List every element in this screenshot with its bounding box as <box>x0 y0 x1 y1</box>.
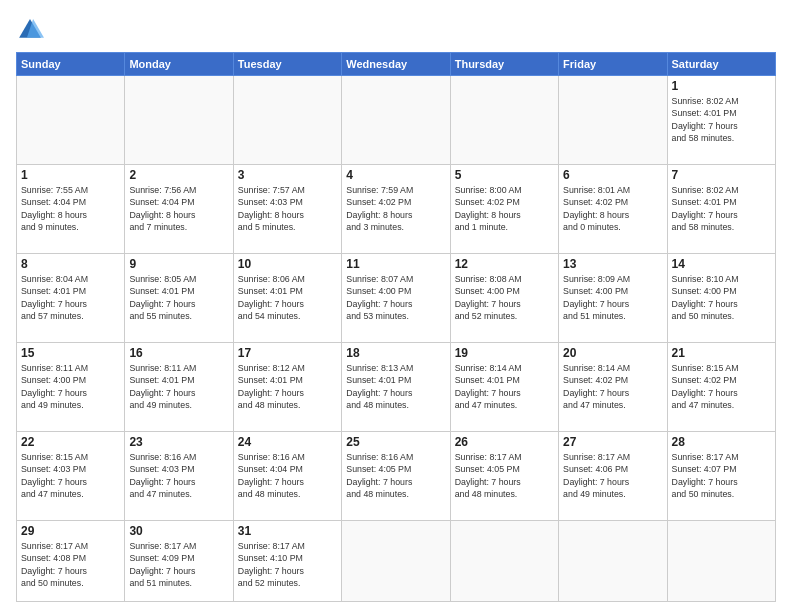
day-info: Sunrise: 8:17 AMSunset: 4:05 PMDaylight:… <box>455 451 554 500</box>
calendar-week-row: 8 Sunrise: 8:04 AMSunset: 4:01 PMDayligh… <box>17 254 776 343</box>
day-number: 2 <box>129 168 228 182</box>
day-number: 21 <box>672 346 771 360</box>
day-number: 19 <box>455 346 554 360</box>
calendar-cell: 6 Sunrise: 8:01 AMSunset: 4:02 PMDayligh… <box>559 165 667 254</box>
calendar-day-header: Sunday <box>17 53 125 76</box>
day-info: Sunrise: 8:13 AMSunset: 4:01 PMDaylight:… <box>346 362 445 411</box>
day-number: 5 <box>455 168 554 182</box>
day-number: 16 <box>129 346 228 360</box>
calendar-cell: 22 Sunrise: 8:15 AMSunset: 4:03 PMDaylig… <box>17 432 125 521</box>
logo <box>16 16 48 44</box>
day-number: 27 <box>563 435 662 449</box>
page-header <box>16 16 776 44</box>
day-info: Sunrise: 7:55 AMSunset: 4:04 PMDaylight:… <box>21 184 120 233</box>
logo-icon <box>16 16 44 44</box>
day-info: Sunrise: 8:05 AMSunset: 4:01 PMDaylight:… <box>129 273 228 322</box>
day-info: Sunrise: 8:07 AMSunset: 4:00 PMDaylight:… <box>346 273 445 322</box>
day-number: 23 <box>129 435 228 449</box>
calendar-cell <box>17 76 125 165</box>
day-number: 30 <box>129 524 228 538</box>
calendar-cell <box>342 76 450 165</box>
day-number: 11 <box>346 257 445 271</box>
calendar-body: 1 Sunrise: 8:02 AMSunset: 4:01 PMDayligh… <box>17 76 776 602</box>
day-number: 26 <box>455 435 554 449</box>
calendar-cell <box>559 521 667 602</box>
calendar-day-header: Monday <box>125 53 233 76</box>
calendar-header-row: SundayMondayTuesdayWednesdayThursdayFrid… <box>17 53 776 76</box>
day-number: 22 <box>21 435 120 449</box>
day-number: 1 <box>672 79 771 93</box>
day-info: Sunrise: 8:04 AMSunset: 4:01 PMDaylight:… <box>21 273 120 322</box>
calendar-cell: 25 Sunrise: 8:16 AMSunset: 4:05 PMDaylig… <box>342 432 450 521</box>
calendar-cell: 28 Sunrise: 8:17 AMSunset: 4:07 PMDaylig… <box>667 432 775 521</box>
day-number: 25 <box>346 435 445 449</box>
calendar-cell: 9 Sunrise: 8:05 AMSunset: 4:01 PMDayligh… <box>125 254 233 343</box>
day-info: Sunrise: 8:16 AMSunset: 4:05 PMDaylight:… <box>346 451 445 500</box>
day-info: Sunrise: 8:02 AMSunset: 4:01 PMDaylight:… <box>672 184 771 233</box>
calendar-cell: 29 Sunrise: 8:17 AMSunset: 4:08 PMDaylig… <box>17 521 125 602</box>
calendar-cell <box>125 76 233 165</box>
calendar-cell: 11 Sunrise: 8:07 AMSunset: 4:00 PMDaylig… <box>342 254 450 343</box>
day-info: Sunrise: 8:08 AMSunset: 4:00 PMDaylight:… <box>455 273 554 322</box>
day-info: Sunrise: 8:00 AMSunset: 4:02 PMDaylight:… <box>455 184 554 233</box>
day-info: Sunrise: 8:06 AMSunset: 4:01 PMDaylight:… <box>238 273 337 322</box>
calendar-table: SundayMondayTuesdayWednesdayThursdayFrid… <box>16 52 776 602</box>
calendar-cell: 23 Sunrise: 8:16 AMSunset: 4:03 PMDaylig… <box>125 432 233 521</box>
day-number: 4 <box>346 168 445 182</box>
day-number: 17 <box>238 346 337 360</box>
day-number: 14 <box>672 257 771 271</box>
calendar-cell: 8 Sunrise: 8:04 AMSunset: 4:01 PMDayligh… <box>17 254 125 343</box>
day-number: 1 <box>21 168 120 182</box>
calendar-cell: 20 Sunrise: 8:14 AMSunset: 4:02 PMDaylig… <box>559 343 667 432</box>
calendar-day-header: Tuesday <box>233 53 341 76</box>
calendar-cell <box>559 76 667 165</box>
calendar-cell: 21 Sunrise: 8:15 AMSunset: 4:02 PMDaylig… <box>667 343 775 432</box>
day-info: Sunrise: 8:11 AMSunset: 4:01 PMDaylight:… <box>129 362 228 411</box>
calendar-cell: 12 Sunrise: 8:08 AMSunset: 4:00 PMDaylig… <box>450 254 558 343</box>
calendar-day-header: Saturday <box>667 53 775 76</box>
calendar-cell: 18 Sunrise: 8:13 AMSunset: 4:01 PMDaylig… <box>342 343 450 432</box>
day-info: Sunrise: 8:16 AMSunset: 4:03 PMDaylight:… <box>129 451 228 500</box>
day-number: 7 <box>672 168 771 182</box>
calendar-cell <box>450 76 558 165</box>
calendar-cell <box>450 521 558 602</box>
day-info: Sunrise: 8:16 AMSunset: 4:04 PMDaylight:… <box>238 451 337 500</box>
day-number: 24 <box>238 435 337 449</box>
calendar-cell: 14 Sunrise: 8:10 AMSunset: 4:00 PMDaylig… <box>667 254 775 343</box>
day-info: Sunrise: 8:17 AMSunset: 4:10 PMDaylight:… <box>238 540 337 589</box>
calendar-cell: 4 Sunrise: 7:59 AMSunset: 4:02 PMDayligh… <box>342 165 450 254</box>
day-info: Sunrise: 7:59 AMSunset: 4:02 PMDaylight:… <box>346 184 445 233</box>
day-number: 29 <box>21 524 120 538</box>
day-info: Sunrise: 8:02 AMSunset: 4:01 PMDaylight:… <box>672 95 771 144</box>
day-number: 6 <box>563 168 662 182</box>
day-info: Sunrise: 8:15 AMSunset: 4:02 PMDaylight:… <box>672 362 771 411</box>
calendar-cell: 24 Sunrise: 8:16 AMSunset: 4:04 PMDaylig… <box>233 432 341 521</box>
day-info: Sunrise: 8:15 AMSunset: 4:03 PMDaylight:… <box>21 451 120 500</box>
day-number: 9 <box>129 257 228 271</box>
day-info: Sunrise: 8:17 AMSunset: 4:07 PMDaylight:… <box>672 451 771 500</box>
day-number: 12 <box>455 257 554 271</box>
calendar-cell <box>667 521 775 602</box>
day-info: Sunrise: 8:01 AMSunset: 4:02 PMDaylight:… <box>563 184 662 233</box>
calendar-week-row: 1 Sunrise: 8:02 AMSunset: 4:01 PMDayligh… <box>17 76 776 165</box>
calendar-week-row: 22 Sunrise: 8:15 AMSunset: 4:03 PMDaylig… <box>17 432 776 521</box>
day-info: Sunrise: 8:17 AMSunset: 4:08 PMDaylight:… <box>21 540 120 589</box>
calendar-day-header: Wednesday <box>342 53 450 76</box>
calendar-cell <box>233 76 341 165</box>
day-info: Sunrise: 7:57 AMSunset: 4:03 PMDaylight:… <box>238 184 337 233</box>
calendar-day-header: Thursday <box>450 53 558 76</box>
calendar-cell: 1 Sunrise: 8:02 AMSunset: 4:01 PMDayligh… <box>667 76 775 165</box>
calendar-cell: 2 Sunrise: 7:56 AMSunset: 4:04 PMDayligh… <box>125 165 233 254</box>
calendar-cell: 26 Sunrise: 8:17 AMSunset: 4:05 PMDaylig… <box>450 432 558 521</box>
day-number: 13 <box>563 257 662 271</box>
day-number: 18 <box>346 346 445 360</box>
calendar-cell: 19 Sunrise: 8:14 AMSunset: 4:01 PMDaylig… <box>450 343 558 432</box>
calendar-cell: 7 Sunrise: 8:02 AMSunset: 4:01 PMDayligh… <box>667 165 775 254</box>
day-info: Sunrise: 8:14 AMSunset: 4:01 PMDaylight:… <box>455 362 554 411</box>
calendar-cell: 10 Sunrise: 8:06 AMSunset: 4:01 PMDaylig… <box>233 254 341 343</box>
day-info: Sunrise: 8:12 AMSunset: 4:01 PMDaylight:… <box>238 362 337 411</box>
calendar-cell: 1 Sunrise: 7:55 AMSunset: 4:04 PMDayligh… <box>17 165 125 254</box>
day-number: 31 <box>238 524 337 538</box>
day-number: 28 <box>672 435 771 449</box>
day-number: 8 <box>21 257 120 271</box>
